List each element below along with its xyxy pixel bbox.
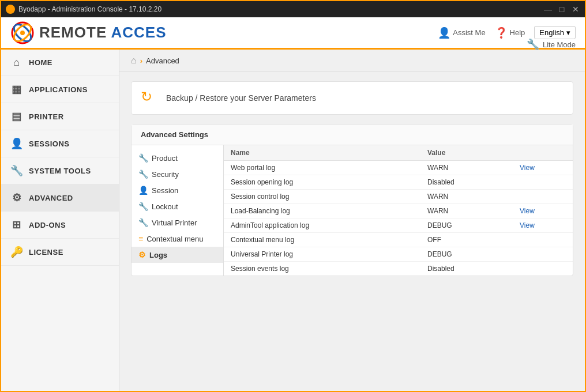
cell-value: Disabled [427, 178, 520, 186]
cell-name: AdminTool application log [231, 221, 427, 229]
view-link[interactable]: View [520, 164, 535, 172]
title-bar-left: Byodapp - Administration Console - 17.10… [6, 5, 161, 14]
backup-icon: ↻ [141, 89, 159, 107]
logo-icon [10, 21, 35, 45]
nav-label-virtual-printer: Virtual Printer [152, 218, 197, 227]
home-breadcrumb[interactable]: ⌂ [131, 55, 137, 66]
sidebar-item-add-ons[interactable]: ⊞ ADD-ONS [1, 212, 119, 239]
table-row[interactable]: Load-Balancing logWARNView [224, 204, 573, 218]
table-row: Session control logWARN [224, 190, 573, 204]
top-bar: REMOTE ACCES 🔧 Lite Mode 👤 Assist Me ❓ H… [1, 17, 585, 50]
printer-icon: ▤ [10, 110, 23, 123]
help-button[interactable]: ❓ Help [495, 27, 525, 39]
table-row: Contextual menu logOFF [224, 233, 573, 247]
sidebar-label-home: HOME [29, 58, 52, 67]
cell-value: Disabled [427, 265, 520, 273]
logo-text: REMOTE ACCES [39, 24, 167, 42]
applications-icon: ▦ [10, 83, 23, 96]
view-link[interactable]: View [520, 207, 535, 215]
backup-banner[interactable]: ↻ Backup / Restore your Server Parameter… [131, 81, 573, 115]
cell-name: Load-Balancing log [231, 207, 427, 215]
table-rows: Web portal logWARNViewSession opening lo… [224, 161, 573, 276]
help-icon: ❓ [495, 27, 508, 39]
maximize-button[interactable]: □ [557, 5, 566, 14]
logo-remote: REMOTE [39, 24, 107, 41]
nav-item-lockout[interactable]: 🔧 Lockout [132, 198, 223, 214]
nav-item-virtual-printer[interactable]: 🔧 Virtual Printer [132, 214, 223, 231]
advanced-icon: ⚙ [10, 191, 23, 204]
cell-value: DEBUG [427, 221, 520, 229]
minimize-button[interactable]: — [543, 5, 553, 14]
nav-item-session[interactable]: 👤 Session [132, 182, 223, 198]
lite-mode-label: Lite Mode [543, 40, 576, 49]
sidebar: ⌂ HOME ▦ APPLICATIONS ▤ PRINTER 👤 SESSIO… [1, 50, 119, 391]
main-layout: ⌂ HOME ▦ APPLICATIONS ▤ PRINTER 👤 SESSIO… [1, 50, 585, 391]
col-header-action [520, 149, 566, 157]
settings-nav: 🔧 Product 🔧 Security 👤 Session [132, 145, 224, 276]
cell-action[interactable]: View [520, 207, 566, 215]
breadcrumb-separator: › [140, 56, 142, 65]
sidebar-label-license: LICENSE [29, 248, 63, 257]
logo-area: REMOTE ACCES [10, 21, 167, 45]
sidebar-item-sessions[interactable]: 👤 SESSIONS [1, 130, 119, 157]
assist-me-button[interactable]: 👤 Assist Me [438, 27, 485, 39]
table-header: Name Value [224, 145, 573, 161]
nav-item-contextual-menu[interactable]: ≡ Contextual menu [132, 231, 223, 247]
cell-value: WARN [427, 207, 520, 215]
contextual-menu-icon: ≡ [138, 234, 143, 243]
top-right-controls: 🔧 Lite Mode 👤 Assist Me ❓ Help English ▾ [438, 26, 576, 39]
cell-action[interactable]: View [520, 164, 566, 172]
table-row: Universal Printer logDEBUG [224, 247, 573, 262]
view-link[interactable]: View [520, 221, 535, 229]
chevron-down-icon: ▾ [566, 28, 570, 37]
content-inner: ↻ Backup / Restore your Server Parameter… [119, 72, 585, 391]
virtual-printer-icon: 🔧 [138, 218, 148, 227]
cell-name: Session events log [231, 265, 427, 273]
language-label: English [539, 28, 564, 37]
sidebar-item-home[interactable]: ⌂ HOME [1, 50, 119, 76]
app-icon [6, 5, 15, 14]
settings-box: Advanced Settings 🔧 Product 🔧 Security [131, 124, 573, 276]
table-row: Session events logDisabled [224, 262, 573, 276]
sidebar-item-printer[interactable]: ▤ PRINTER [1, 103, 119, 130]
backup-text: Backup / Restore your Server Parameters [166, 93, 316, 103]
cell-name: Web portal log [231, 164, 427, 172]
sidebar-label-add-ons: ADD-ONS [29, 221, 66, 229]
sidebar-item-advanced[interactable]: ⚙ ADVANCED [1, 184, 119, 212]
nav-item-product[interactable]: 🔧 Product [132, 150, 223, 166]
main-window: Byodapp - Administration Console - 17.10… [0, 0, 586, 392]
table-row: Session opening logDisabled [224, 175, 573, 190]
table-row[interactable]: AdminTool application logDEBUGView [224, 218, 573, 233]
title-bar: Byodapp - Administration Console - 17.10… [1, 1, 585, 17]
security-icon: 🔧 [138, 169, 148, 179]
sessions-icon: 👤 [10, 137, 23, 150]
table-row[interactable]: Web portal logWARNView [224, 161, 573, 175]
cell-action[interactable]: View [520, 221, 566, 229]
nav-item-logs[interactable]: ⚙ Logs [132, 247, 223, 263]
logs-icon: ⚙ [138, 250, 146, 259]
close-button[interactable]: ✕ [571, 5, 580, 14]
sidebar-label-applications: APPLICATIONS [29, 85, 88, 94]
settings-table: Name Value Web portal logWARNViewSession… [224, 145, 573, 276]
sidebar-label-printer: PRINTER [29, 112, 64, 121]
sidebar-label-system-tools: SYSTEM TOOLS [29, 167, 91, 175]
cell-value: WARN [427, 164, 520, 172]
svg-point-3 [20, 31, 25, 35]
sidebar-item-system-tools[interactable]: 🔧 SYSTEM TOOLS [1, 157, 119, 184]
sidebar-label-advanced: ADVANCED [29, 194, 73, 202]
product-icon: 🔧 [138, 153, 148, 163]
system-tools-icon: 🔧 [10, 164, 23, 177]
lockout-icon: 🔧 [138, 202, 148, 211]
settings-box-title: Advanced Settings [132, 125, 573, 145]
assist-label: Assist Me [453, 28, 485, 37]
nav-label-logs: Logs [149, 251, 167, 259]
lite-icon: 🔧 [527, 38, 539, 51]
nav-label-lockout: Lockout [152, 202, 178, 211]
nav-item-security[interactable]: 🔧 Security [132, 166, 223, 182]
cell-value: WARN [427, 193, 520, 201]
language-selector[interactable]: English ▾ [534, 26, 576, 39]
content-area: ⌂ › Advanced ↻ Backup / Restore your Ser… [119, 50, 585, 391]
lite-mode-button[interactable]: 🔧 Lite Mode [527, 38, 576, 51]
sidebar-item-applications[interactable]: ▦ APPLICATIONS [1, 76, 119, 103]
sidebar-item-license[interactable]: 🔑 LICENSE [1, 239, 119, 266]
